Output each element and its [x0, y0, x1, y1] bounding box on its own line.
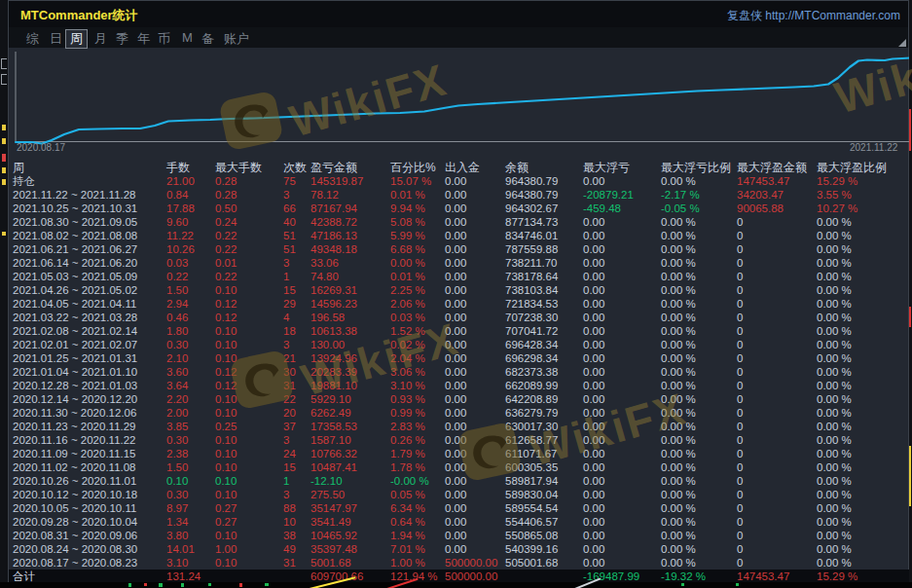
cell-手数: 14.01: [166, 542, 195, 556]
row-period-label: 2021.08.30 ~ 2021.09.05: [13, 215, 137, 229]
cell-盈亏金额: 130.00: [310, 338, 345, 351]
background-window-left-sliver: [0, 0, 8, 582]
table-row[interactable]: 2021.04.26 ~ 2021.05.021.500.101516269.3…: [9, 283, 910, 297]
cell-最大浮盈比例: 0.00 %: [817, 556, 852, 570]
cell-最大浮盈金额: 0: [737, 488, 743, 501]
cell-最大浮亏: 0.00: [583, 338, 604, 351]
menu-item-8[interactable]: M: [179, 30, 196, 45]
cell-最大浮亏: 0.00: [583, 283, 604, 297]
table-row[interactable]: 2021.10.25 ~ 2021.10.3117.880.506687167.…: [9, 202, 910, 215]
menu-item-1[interactable]: 综: [23, 30, 42, 48]
table-row[interactable]: 2020.11.02 ~ 2020.11.081.500.101510487.4…: [9, 460, 910, 474]
cell-余额: 612658.77: [505, 433, 558, 447]
table-row[interactable]: 2021.06.14 ~ 2021.06.200.030.01333.060.0…: [9, 256, 910, 270]
table-row[interactable]: 2021.08.02 ~ 2021.08.0811.220.225147186.…: [9, 229, 910, 242]
cell-最大手数: 0.12: [215, 297, 237, 311]
cell-最大手数: 0.25: [215, 420, 237, 433]
row-period-label: 2021.11.22 ~ 2021.11.28: [13, 188, 136, 202]
cell-百分比%: -0.00 %: [390, 474, 429, 488]
window-titlebar[interactable]: MTCommander统计 复盘侠 http://MTCommander.com: [9, 1, 908, 28]
table-row[interactable]: 2021.03.22 ~ 2021.03.280.460.124196.580.…: [9, 311, 910, 324]
menu-item-2[interactable]: 日: [47, 30, 65, 48]
row-period-label: 2020.10.26 ~ 2020.11.01: [13, 474, 136, 488]
cell-次数: 3: [283, 188, 289, 202]
table-row[interactable]: 2020.12.14 ~ 2020.12.202.200.10225929.10…: [9, 392, 910, 406]
table-row[interactable]: 2020.09.28 ~ 2020.10.041.340.27103541.49…: [9, 515, 910, 529]
brand-link[interactable]: 复盘侠 http://MTCommander.com: [727, 8, 900, 24]
cell-最大浮盈比例: 0.00 %: [817, 542, 852, 556]
cell-最大浮亏: 0.00: [583, 379, 604, 392]
table-row[interactable]: 2021.02.01 ~ 2021.02.070.300.103130.000.…: [9, 338, 910, 351]
table-row[interactable]: 2020.08.31 ~ 2020.09.063.800.103810465.9…: [9, 529, 910, 542]
cell-最大手数: 0.22: [215, 242, 237, 256]
table-row[interactable]: 2020.11.30 ~ 2020.12.062.000.10206262.49…: [9, 406, 910, 420]
cell-手数: 3.80: [166, 529, 188, 542]
cell-最大浮盈金额: 34203.47: [737, 188, 784, 202]
table-row[interactable]: 2020.11.09 ~ 2020.11.152.380.102410766.3…: [9, 447, 910, 460]
table-row[interactable]: 2020.08.17 ~ 2020.08.233.100.10315001.68…: [9, 556, 910, 570]
table-row[interactable]: 2021.01.04 ~ 2021.01.103.600.123020283.3…: [9, 365, 910, 379]
cell-最大浮亏: 0.00: [583, 256, 604, 270]
cell-最大浮亏: 0.00: [583, 311, 604, 324]
cell-最大浮盈金额: 0: [737, 283, 743, 297]
table-row[interactable]: 2020.08.24 ~ 2020.08.3014.011.004935397.…: [9, 542, 910, 556]
cell-最大浮亏: 0.00: [583, 433, 604, 447]
resize-grip-icon[interactable]: [898, 39, 906, 47]
cell-次数: 3: [283, 338, 289, 351]
table-row[interactable]: 2020.11.23 ~ 2020.11.293.850.253717358.5…: [9, 420, 910, 433]
cell-最大浮盈比例: 0.00 %: [817, 297, 852, 311]
table-total-row[interactable]: 合计131.24609700.66121.94 %500000.00-16948…: [9, 570, 910, 583]
cell-最大浮盈金额: 0: [737, 256, 743, 270]
cell-盈亏金额: 35397.48: [310, 542, 357, 556]
cell-最大浮盈金额: 90065.88: [737, 202, 784, 215]
cell-最大浮亏比例: 0.00 %: [661, 542, 696, 556]
menu-item-6[interactable]: 年: [134, 30, 153, 48]
cell-出入金: 0.00: [445, 311, 466, 324]
cell-最大浮盈比例: 15.29 %: [817, 570, 857, 583]
cell-最大浮盈金额: 0: [737, 270, 743, 283]
cell-盈亏金额: 33.06: [310, 256, 339, 270]
cell-出入金: 0.00: [445, 529, 466, 542]
table-row[interactable]: 2021.04.05 ~ 2021.04.112.940.122914596.2…: [9, 297, 910, 311]
table-row[interactable]: 2020.12.28 ~ 2021.01.033.640.123119881.1…: [9, 379, 910, 392]
menu-item-4[interactable]: 月: [91, 30, 110, 48]
cell-余额: 540399.16: [505, 542, 558, 556]
row-period-label: 2020.08.31 ~ 2020.09.06: [13, 529, 137, 542]
background-candle-marks: [144, 583, 147, 586]
table-row[interactable]: 2020.10.12 ~ 2020.10.180.300.103275.500.…: [9, 488, 910, 501]
cell-最大浮盈金额: 0: [737, 556, 743, 570]
table-row[interactable]: 持仓21.000.2875145319.8715.07 %0.00964380.…: [9, 174, 910, 188]
table-row[interactable]: 2021.11.22 ~ 2021.11.280.840.28378.120.0…: [9, 188, 910, 202]
table-row[interactable]: 2020.11.16 ~ 2020.11.220.300.1031587.100…: [9, 433, 910, 447]
menu-item-9[interactable]: 备: [199, 30, 217, 48]
cell-最大浮亏比例: 0.00 %: [661, 420, 696, 433]
row-period-label: 合计: [13, 570, 35, 583]
table-row[interactable]: 2021.06.21 ~ 2021.06.2710.260.225149348.…: [9, 242, 910, 256]
table-row[interactable]: 2020.10.05 ~ 2020.10.118.970.278835147.9…: [9, 501, 910, 515]
table-row[interactable]: 2021.02.08 ~ 2021.02.141.800.101810613.3…: [9, 324, 910, 338]
background-candle-marks: [128, 583, 131, 587]
cell-最大手数: 0.10: [215, 338, 237, 351]
cell-百分比%: 1.00 %: [390, 556, 425, 570]
cell-次数: 22: [283, 392, 296, 406]
table-row[interactable]: 2021.05.03 ~ 2021.05.090.220.22174.800.0…: [9, 270, 910, 283]
row-period-label: 2020.11.16 ~ 2020.11.22: [13, 433, 136, 447]
background-candle-marks: [159, 583, 163, 587]
menu-item-10[interactable]: 账户: [221, 30, 252, 48]
cell-次数: 31: [283, 379, 296, 392]
cell-最大手数: 0.10: [215, 488, 237, 501]
cell-最大浮盈比例: 0.00 %: [817, 474, 852, 488]
cell-手数: 8.97: [166, 501, 188, 515]
menu-item-7[interactable]: 币: [155, 30, 173, 48]
table-row[interactable]: 2021.01.25 ~ 2021.01.312.100.102113924.9…: [9, 351, 910, 365]
menu-item-5[interactable]: 季: [113, 30, 131, 48]
cell-最大浮盈比例: 0.00 %: [817, 515, 852, 529]
table-row[interactable]: 2021.08.30 ~ 2021.09.059.600.244042388.7…: [9, 215, 910, 229]
menu-item-3[interactable]: 周: [65, 29, 88, 49]
cell-出入金: 0.00: [445, 406, 466, 420]
cell-次数: 40: [283, 215, 296, 229]
table-row[interactable]: 2020.10.26 ~ 2020.11.010.100.101-12.10-0…: [9, 474, 910, 488]
chart-end-date-label: 2021.11.22: [850, 142, 897, 153]
cell-盈亏金额: 20283.39: [310, 365, 357, 379]
cell-手数: 0.46: [166, 311, 188, 324]
